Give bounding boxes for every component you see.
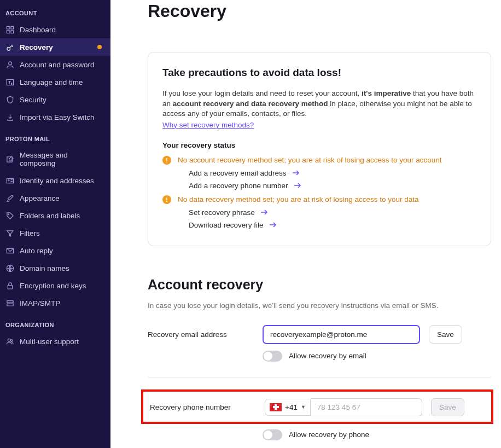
language-icon bbox=[5, 78, 14, 86]
account-recovery-title: Account recovery bbox=[148, 277, 491, 293]
sidebar-section-org: ORGANIZATION bbox=[0, 319, 110, 333]
allow-email-label: Allow recovery by email bbox=[289, 352, 366, 360]
sidebar-item-imap[interactable]: IMAP/SMTP bbox=[0, 294, 110, 312]
sidebar-item-multiuser[interactable]: Multi-user support bbox=[0, 333, 110, 350]
warning-icon: ! bbox=[162, 156, 171, 165]
svg-rect-14 bbox=[7, 300, 13, 302]
compose-icon bbox=[5, 155, 14, 164]
sidebar-item-label: Account and password bbox=[20, 61, 95, 69]
warning-text: No account recovery method set; you are … bbox=[178, 156, 442, 164]
sidebar-item-label: Messages and composing bbox=[20, 151, 105, 167]
country-code-text: +41 bbox=[285, 403, 298, 411]
allow-phone-label: Allow recovery by phone bbox=[289, 430, 369, 439]
arrow-right-icon bbox=[260, 208, 268, 217]
add-recovery-phone-link[interactable]: Add a recovery phone number bbox=[162, 182, 476, 190]
sidebar-item-folders[interactable]: Folders and labels bbox=[0, 207, 110, 224]
page-title: Recovery bbox=[148, 1, 491, 21]
warning-dot-icon bbox=[97, 45, 102, 49]
arrow-right-icon bbox=[292, 169, 300, 177]
warning-icon: ! bbox=[162, 195, 171, 204]
sidebar-item-label: Import via Easy Switch bbox=[20, 113, 95, 121]
svg-point-16 bbox=[8, 339, 10, 341]
recovery-email-row: Recovery email address Save bbox=[148, 325, 491, 344]
sidebar-item-label: Identity and addresses bbox=[20, 177, 94, 185]
save-phone-button[interactable]: Save bbox=[431, 398, 464, 416]
sidebar-item-account-password[interactable]: Account and password bbox=[0, 56, 110, 73]
server-icon bbox=[5, 299, 14, 307]
allow-email-toggle[interactable] bbox=[263, 351, 282, 362]
brush-icon bbox=[5, 194, 14, 202]
sidebar-item-label: Recovery bbox=[20, 43, 53, 51]
svg-point-9 bbox=[8, 179, 9, 181]
sidebar-item-import[interactable]: Import via Easy Switch bbox=[0, 108, 110, 126]
arrow-right-icon bbox=[294, 182, 301, 190]
status-row-account: ! No account recovery method set; you ar… bbox=[162, 156, 476, 165]
sidebar-item-label: Filters bbox=[20, 229, 40, 237]
divider bbox=[148, 377, 491, 377]
tag-icon bbox=[5, 211, 14, 220]
recovery-email-label: Recovery email address bbox=[148, 330, 254, 339]
svg-rect-15 bbox=[7, 304, 13, 306]
recovery-status-title: Your recovery status bbox=[162, 141, 476, 149]
save-email-button[interactable]: Save bbox=[429, 325, 462, 344]
sidebar-item-label: Folders and labels bbox=[20, 212, 80, 220]
country-code-select[interactable]: +41 ▼ bbox=[265, 399, 311, 416]
recovery-email-input[interactable] bbox=[263, 325, 420, 344]
svg-point-10 bbox=[8, 213, 9, 214]
sidebar: ACCOUNT Dashboard Recovery Account and p… bbox=[0, 0, 110, 448]
svg-point-5 bbox=[8, 61, 11, 65]
sidebar-item-label: Auto reply bbox=[20, 247, 53, 255]
sidebar-item-appearance[interactable]: Appearance bbox=[0, 189, 110, 207]
card-icon bbox=[5, 176, 14, 185]
funnel-icon bbox=[5, 229, 14, 237]
recovery-phone-label: Recovery phone number bbox=[150, 403, 256, 411]
sidebar-item-identity[interactable]: Identity and addresses bbox=[0, 172, 110, 189]
lock-icon bbox=[5, 281, 14, 290]
globe-icon bbox=[5, 264, 14, 272]
add-recovery-email-link[interactable]: Add a recovery email address bbox=[162, 169, 476, 177]
sidebar-item-label: Security bbox=[20, 96, 46, 104]
sidebar-item-messages[interactable]: Messages and composing bbox=[0, 147, 110, 172]
precautions-card: Take precautions to avoid data loss! If … bbox=[148, 52, 491, 246]
sidebar-section-mail: PROTON MAIL bbox=[0, 133, 110, 147]
sidebar-item-security[interactable]: Security bbox=[0, 91, 110, 108]
sidebar-item-dashboard[interactable]: Dashboard bbox=[0, 21, 110, 38]
account-recovery-desc: In case you lose your login details, we'… bbox=[148, 301, 491, 310]
svg-rect-2 bbox=[7, 30, 9, 33]
sidebar-item-encryption[interactable]: Encryption and keys bbox=[0, 277, 110, 294]
sidebar-item-domains[interactable]: Domain names bbox=[0, 259, 110, 277]
warning-text: No data recovery method set; you are at … bbox=[178, 195, 418, 203]
why-recovery-link[interactable]: Why set recovery methods? bbox=[162, 121, 254, 129]
sidebar-item-filters[interactable]: Filters bbox=[0, 224, 110, 242]
download-recovery-file-link[interactable]: Download recovery file bbox=[162, 221, 476, 229]
arrow-right-icon bbox=[269, 221, 277, 229]
main-content: Recovery Take precautions to avoid data … bbox=[110, 0, 501, 448]
svg-rect-0 bbox=[7, 26, 9, 29]
svg-point-17 bbox=[10, 339, 13, 341]
users-icon bbox=[5, 337, 14, 346]
recovery-phone-input[interactable] bbox=[311, 398, 422, 416]
card-title: Take precautions to avoid data loss! bbox=[162, 67, 476, 79]
set-recovery-phrase-link[interactable]: Set recovery phrase bbox=[162, 208, 476, 217]
sidebar-item-label: Dashboard bbox=[20, 26, 56, 34]
svg-rect-6 bbox=[7, 79, 13, 85]
sidebar-item-label: Appearance bbox=[20, 194, 60, 202]
grid-icon bbox=[5, 25, 14, 34]
allow-phone-toggle-row: Allow recovery by phone bbox=[148, 429, 491, 440]
phone-highlight-box: Recovery phone number +41 ▼ Save bbox=[141, 389, 493, 424]
sidebar-item-language-time[interactable]: Language and time bbox=[0, 73, 110, 91]
card-paragraph: If you lose your login details and need … bbox=[162, 89, 476, 119]
sidebar-item-label: Encryption and keys bbox=[20, 282, 86, 290]
allow-phone-toggle[interactable] bbox=[263, 429, 282, 440]
flag-ch-icon bbox=[270, 403, 282, 411]
chevron-down-icon: ▼ bbox=[301, 404, 306, 410]
sidebar-item-autoreply[interactable]: Auto reply bbox=[0, 242, 110, 259]
svg-rect-3 bbox=[10, 30, 13, 33]
sidebar-item-label: IMAP/SMTP bbox=[20, 299, 60, 307]
key-icon bbox=[5, 43, 14, 51]
status-row-data: ! No data recovery method set; you are a… bbox=[162, 195, 476, 204]
sidebar-item-label: Language and time bbox=[20, 78, 83, 86]
import-icon bbox=[5, 113, 14, 121]
sidebar-item-recovery[interactable]: Recovery bbox=[0, 38, 110, 56]
recovery-phone-row: Recovery phone number +41 ▼ Save bbox=[150, 398, 485, 416]
